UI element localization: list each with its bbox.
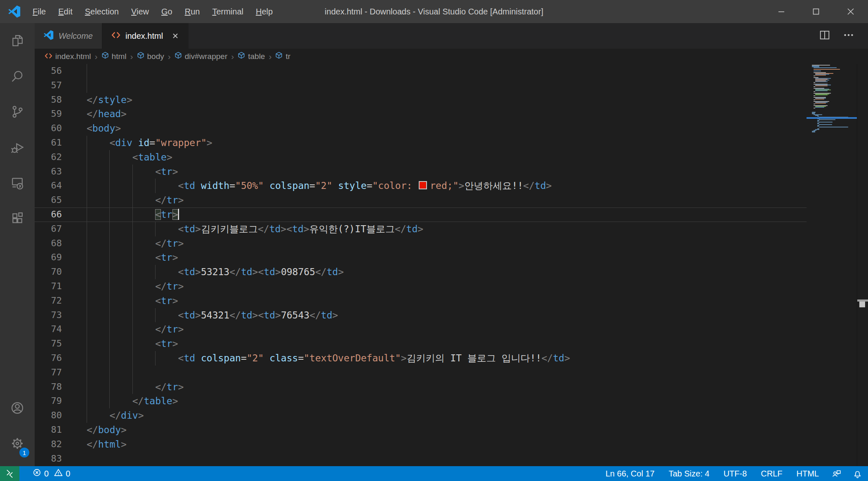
line-number[interactable]: 64 — [35, 179, 62, 193]
code-line-61[interactable]: 61<div id="wrapper"> — [35, 136, 807, 150]
activity-run-and-debug[interactable] — [0, 130, 35, 165]
code-line-81[interactable]: 81</body> — [35, 423, 807, 437]
split-editor-icon[interactable] — [818, 29, 831, 43]
minimize-button[interactable] — [764, 0, 799, 23]
code-line-59[interactable]: 59</head> — [35, 107, 807, 121]
line-number[interactable]: 67 — [35, 222, 62, 236]
code-line-78[interactable]: 78</tr> — [35, 380, 807, 394]
code-line-56[interactable]: 56 — [35, 64, 807, 78]
code-line-60[interactable]: 60<body> — [35, 121, 807, 136]
tab-welcome[interactable]: Welcome — [35, 23, 102, 49]
status-eol[interactable]: CRLF — [754, 469, 789, 479]
status-line-col[interactable]: Ln 66, Col 17 — [599, 469, 662, 479]
code-line-73[interactable]: 73<td>54321</td><td>76543</td> — [35, 308, 807, 323]
maximize-button[interactable] — [799, 0, 833, 23]
code-line-76[interactable]: 76<td colspan="2" class="textOverDefault… — [35, 351, 807, 365]
menu-file[interactable]: File — [26, 7, 52, 17]
line-number[interactable]: 71 — [35, 279, 62, 294]
tab-close-icon[interactable] — [171, 32, 179, 40]
breadcrumb-item-index-html[interactable]: index.html — [45, 52, 91, 61]
line-number[interactable]: 74 — [35, 322, 62, 337]
line-number[interactable]: 62 — [35, 150, 62, 165]
code-line-69[interactable]: 69<tr> — [35, 250, 807, 265]
activity-settings[interactable]: 1 — [0, 426, 35, 461]
menu-go[interactable]: Go — [155, 7, 179, 17]
line-number[interactable]: 60 — [35, 121, 62, 136]
activity-extensions[interactable] — [0, 200, 35, 236]
line-number[interactable]: 76 — [35, 351, 62, 365]
code-line-65[interactable]: 65</tr> — [35, 193, 807, 207]
activity-search[interactable] — [0, 59, 35, 94]
line-number[interactable]: 65 — [35, 193, 62, 207]
minimap-line — [815, 81, 828, 82]
status-notifications[interactable] — [847, 469, 868, 479]
remote-indicator[interactable] — [0, 466, 19, 481]
breadcrumb-item-div-wrapper[interactable]: div#wrapper — [175, 52, 228, 61]
menu-selection[interactable]: Selection — [79, 7, 125, 17]
line-number[interactable]: 80 — [35, 408, 62, 423]
status-encoding[interactable]: UTF-8 — [717, 469, 754, 479]
tab-index-html[interactable]: index.html — [102, 23, 189, 49]
line-number[interactable]: 72 — [35, 294, 62, 308]
breadcrumb-item-body[interactable]: body — [137, 52, 164, 61]
status-feedback[interactable] — [826, 469, 847, 479]
code-line-62[interactable]: 62<table> — [35, 150, 807, 165]
status-tab-size[interactable]: Tab Size: 4 — [662, 469, 717, 479]
line-number[interactable]: 68 — [35, 236, 62, 251]
overview-ruler[interactable] — [857, 64, 868, 466]
line-number[interactable]: 77 — [35, 365, 62, 380]
more-actions-icon[interactable] — [842, 29, 855, 43]
line-number[interactable]: 58 — [35, 93, 62, 107]
line-number[interactable]: 61 — [35, 136, 62, 150]
line-number[interactable]: 78 — [35, 380, 62, 394]
code-line-70[interactable]: 70<td>53213</td><td>098765</td> — [35, 265, 807, 279]
activity-accounts[interactable] — [0, 390, 35, 426]
code-line-68[interactable]: 68</tr> — [35, 236, 807, 251]
code-line-82[interactable]: 82</html> — [35, 437, 807, 452]
line-number[interactable]: 83 — [35, 452, 62, 466]
code-line-63[interactable]: 63<tr> — [35, 165, 807, 179]
activity-explorer[interactable] — [0, 23, 35, 59]
breadcrumb-item-table[interactable]: table — [238, 52, 265, 61]
indent-guide — [87, 64, 87, 78]
code-line-66[interactable]: 66<tr> — [35, 207, 807, 222]
code-line-67[interactable]: 67<td>김키키블로그</td><td>유익한(?)IT블로그</td> — [35, 222, 807, 236]
line-number[interactable]: 81 — [35, 423, 62, 437]
line-number[interactable]: 57 — [35, 78, 62, 93]
close-button[interactable] — [833, 0, 868, 23]
code-line-58[interactable]: 58</style> — [35, 93, 807, 107]
minimap[interactable] — [807, 64, 857, 466]
menu-view[interactable]: View — [125, 7, 155, 17]
status-language[interactable]: HTML — [790, 469, 826, 479]
code-line-75[interactable]: 75<tr> — [35, 337, 807, 351]
code-line-72[interactable]: 72<tr> — [35, 294, 807, 308]
code-line-64[interactable]: 64<td width="50%" colspan="2" style="col… — [35, 179, 807, 193]
code-line-57[interactable]: 57 — [35, 78, 807, 93]
code-editor[interactable]: 565758</style>59</head>60<body>61<div id… — [35, 64, 868, 466]
line-number[interactable]: 82 — [35, 437, 62, 452]
activity-source-control[interactable] — [0, 94, 35, 130]
code-line-83[interactable]: 83 — [35, 452, 807, 466]
line-number[interactable]: 70 — [35, 265, 62, 279]
line-number[interactable]: 56 — [35, 64, 62, 78]
line-number[interactable]: 69 — [35, 250, 62, 265]
line-number[interactable]: 59 — [35, 107, 62, 121]
line-number[interactable]: 66 — [35, 207, 62, 222]
menu-terminal[interactable]: Terminal — [206, 7, 250, 17]
line-number[interactable]: 79 — [35, 394, 62, 408]
breadcrumb-item-html[interactable]: html — [101, 52, 127, 61]
line-number[interactable]: 75 — [35, 337, 62, 351]
line-number[interactable]: 63 — [35, 165, 62, 179]
menu-edit[interactable]: Edit — [52, 7, 78, 17]
problems-status[interactable]: 00 — [28, 468, 74, 479]
code-line-74[interactable]: 74</tr> — [35, 322, 807, 337]
breadcrumb-item-tr[interactable]: tr — [275, 52, 290, 61]
code-line-71[interactable]: 71</tr> — [35, 279, 807, 294]
activity-remote-explorer[interactable] — [0, 165, 35, 200]
menu-run[interactable]: Run — [179, 7, 206, 17]
line-number[interactable]: 73 — [35, 308, 62, 323]
code-line-80[interactable]: 80</div> — [35, 408, 807, 423]
code-line-79[interactable]: 79</table> — [35, 394, 807, 408]
menu-help[interactable]: Help — [250, 7, 279, 17]
code-line-77[interactable]: 77 — [35, 365, 807, 380]
